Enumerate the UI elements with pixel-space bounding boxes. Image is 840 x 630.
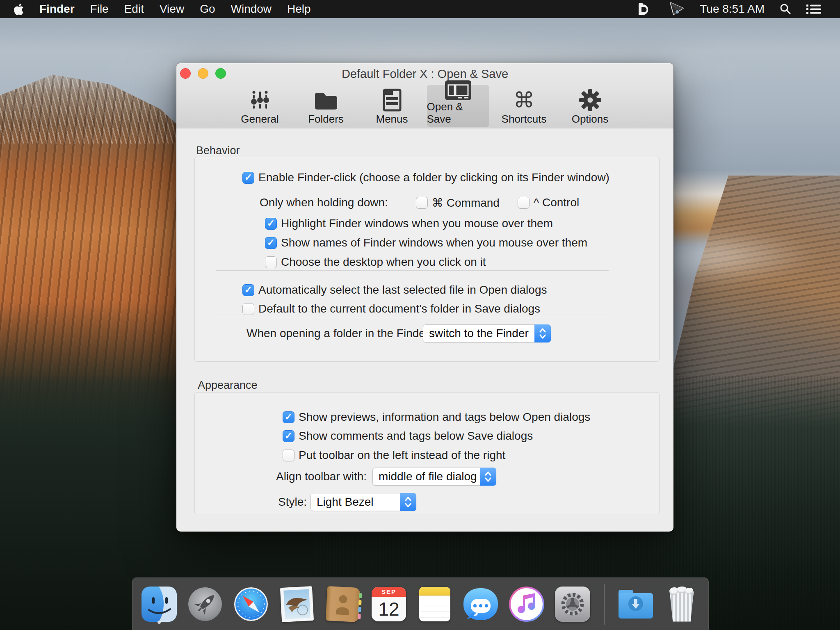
menu-extra-icon[interactable] <box>667 1 685 17</box>
contacts-tab <box>358 614 361 619</box>
align-toolbar-popup[interactable]: middle of file dialog <box>372 468 496 486</box>
menu-view[interactable]: View <box>160 2 184 16</box>
dock: SEP 12 <box>132 578 709 630</box>
preferences-toolbar: General Folders <box>176 84 673 128</box>
calendar-month: SEP <box>372 587 406 597</box>
checkmark-icon: ✓ <box>244 173 252 182</box>
dock-divider <box>604 584 605 625</box>
show-comments-label: Show comments and tags below Save dialog… <box>299 429 533 443</box>
command-checkbox[interactable]: ✓ <box>416 197 428 209</box>
tab-menus[interactable]: Menus <box>361 85 423 127</box>
dock-downloads[interactable] <box>618 584 654 624</box>
choose-desktop-label: Choose the desktop when you click on it <box>281 256 486 269</box>
command-modifier-row: ✓ ⌘ Command <box>416 196 500 209</box>
show-previews-row: ✓ Show previews, information and tags be… <box>283 411 590 424</box>
menu-window[interactable]: Window <box>231 2 272 16</box>
menu-go[interactable]: Go <box>200 2 215 16</box>
show-previews-checkbox[interactable]: ✓ <box>283 411 294 423</box>
system-preferences-icon <box>555 587 590 622</box>
appearance-group-box: ✓ Show previews, information and tags be… <box>194 392 660 514</box>
style-popup[interactable]: Light Bezel <box>310 493 416 511</box>
checkmark-icon: ✓ <box>285 412 292 422</box>
dock-safari[interactable] <box>233 584 269 624</box>
calendar-day: 12 <box>372 597 406 621</box>
dock-mail[interactable] <box>279 584 315 624</box>
control-checkbox[interactable]: ✓ <box>518 197 530 209</box>
menu-clock[interactable]: Tue 8:51 AM <box>700 2 765 16</box>
enable-finder-click-checkbox[interactable]: ✓ <box>242 172 254 184</box>
popup-stepper-icon <box>480 468 496 486</box>
style-value: Light Bezel <box>311 495 400 509</box>
when-opening-label: When opening a folder in the Finder <box>247 324 429 342</box>
toolbar-left-checkbox[interactable]: ✓ <box>283 450 294 461</box>
notes-icon <box>419 587 450 621</box>
dock-itunes[interactable] <box>509 584 545 624</box>
checkmark-icon: ✓ <box>285 431 292 441</box>
only-when-holding-label: Only when holding down: <box>260 196 388 209</box>
control-label: ^ Control <box>534 196 579 209</box>
checkmark-icon: ✓ <box>267 238 275 247</box>
dock-system-preferences[interactable] <box>555 584 591 624</box>
highlight-windows-checkbox[interactable]: ✓ <box>265 218 277 230</box>
show-names-checkbox[interactable]: ✓ <box>265 237 277 249</box>
tab-open-and-save[interactable]: Open & Save <box>427 85 489 127</box>
default-current-doc-row: ✓ Default to the current document's fold… <box>242 302 540 315</box>
desktop: { "menu_bar": { "app_name": "Finder", "m… <box>0 0 840 630</box>
menu-edit[interactable]: Edit <box>124 2 144 16</box>
highlight-windows-label: Highlight Finder windows when you mouse … <box>281 217 553 230</box>
dock-trash[interactable] <box>664 584 700 624</box>
behavior-group-box: ✓ Enable Finder-click (choose a folder b… <box>194 157 660 362</box>
notification-center-icon[interactable] <box>806 3 821 15</box>
contacts-icon <box>326 586 360 622</box>
apple-menu-icon[interactable] <box>14 3 24 15</box>
spotlight-search-icon[interactable] <box>779 3 792 15</box>
tab-label: General <box>241 113 279 125</box>
checkmark-icon: ✓ <box>244 285 252 294</box>
dock-notes[interactable] <box>417 584 453 624</box>
tab-label: Open & Save <box>427 100 489 125</box>
messages-icon <box>463 588 498 620</box>
person-silhouette <box>335 593 351 615</box>
default-folder-x-menu-icon[interactable] <box>636 2 652 16</box>
window-chrome: Default Folder X : Open & Save General <box>176 63 673 128</box>
dock-messages[interactable] <box>463 584 499 624</box>
tab-label: Menus <box>376 113 408 125</box>
tab-label: Folders <box>308 113 344 125</box>
menu-bar-status-area: Tue 8:51 AM <box>636 1 840 17</box>
auto-select-last-label: Automatically select the last selected f… <box>258 283 547 297</box>
notes-header <box>419 587 450 596</box>
show-comments-checkbox[interactable]: ✓ <box>283 430 294 442</box>
enable-finder-click-label: Enable Finder-click (choose a folder by … <box>258 171 609 184</box>
tab-options[interactable]: Options <box>559 85 621 127</box>
when-opening-value: switch to the Finder <box>423 327 534 340</box>
tab-shortcuts[interactable]: ⌘ Shortcuts <box>493 85 555 127</box>
align-toolbar-value: middle of file dialog <box>373 470 480 483</box>
menu-help[interactable]: Help <box>287 2 311 16</box>
default-current-doc-label: Default to the current document's folder… <box>258 302 540 315</box>
behavior-section-label: Behavior <box>196 144 240 157</box>
menu-file[interactable]: File <box>90 2 109 16</box>
dock-launchpad[interactable] <box>187 584 223 624</box>
trash-paper <box>685 588 693 594</box>
section-divider <box>216 270 609 271</box>
auto-select-last-checkbox[interactable]: ✓ <box>242 284 254 296</box>
trash-icon <box>669 587 695 622</box>
contacts-tab <box>358 600 362 605</box>
tab-general[interactable]: General <box>229 85 291 127</box>
dock-contacts[interactable] <box>325 584 361 624</box>
choose-desktop-checkbox[interactable]: ✓ <box>265 256 277 268</box>
popup-stepper-icon <box>534 324 551 342</box>
style-label: Style: <box>278 493 307 511</box>
mail-icon <box>280 586 314 622</box>
sliders-icon <box>248 87 272 113</box>
title-bar[interactable]: Default Folder X : Open & Save <box>176 63 673 84</box>
checkmark-icon: ✓ <box>267 219 275 228</box>
safari-icon <box>233 587 269 622</box>
menu-bar: Finder File Edit View Go Window Help Tue… <box>0 0 840 18</box>
default-current-doc-checkbox[interactable]: ✓ <box>242 303 254 315</box>
when-opening-popup[interactable]: switch to the Finder <box>423 324 551 342</box>
tab-folders[interactable]: Folders <box>295 85 357 127</box>
dock-calendar[interactable]: SEP 12 <box>371 584 407 624</box>
dock-finder[interactable] <box>141 584 177 624</box>
menu-app-name[interactable]: Finder <box>39 2 75 16</box>
